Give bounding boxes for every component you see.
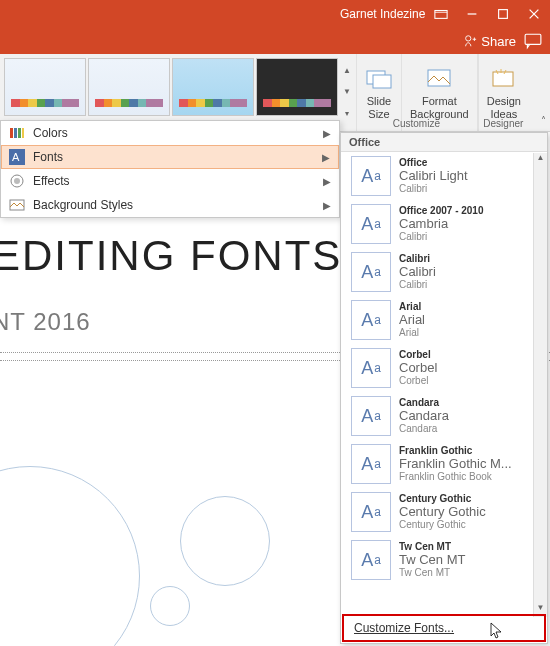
font-heading-name: Tw Cen MT <box>399 553 465 568</box>
font-theme-item[interactable]: Aa Calibri Calibri Calibri <box>341 248 547 296</box>
submenu-arrow-icon: ▶ <box>323 176 331 187</box>
font-thumb: Aa <box>351 300 391 340</box>
font-theme-name: Corbel <box>399 349 437 361</box>
svg-point-24 <box>14 178 20 184</box>
font-body-name: Franklin Gothic Book <box>399 471 512 483</box>
font-body-name: Arial <box>399 327 425 339</box>
font-theme-item[interactable]: Aa Candara Candara Candara <box>341 392 547 440</box>
font-body-name: Calibri <box>399 279 436 291</box>
slide-size-icon <box>365 65 393 93</box>
font-theme-item[interactable]: Aa Franklin Gothic Franklin Gothic M... … <box>341 440 547 488</box>
font-heading-name: Corbel <box>399 361 437 376</box>
svg-rect-3 <box>499 10 508 19</box>
font-body-name: Calibri <box>399 183 468 195</box>
font-thumb: Aa <box>351 540 391 580</box>
comments-icon[interactable] <box>524 32 542 50</box>
font-heading-name: Arial <box>399 313 425 328</box>
decorative-bubble <box>180 496 270 586</box>
font-theme-item[interactable]: Aa Arial Arial Arial <box>341 296 547 344</box>
share-label: Share <box>481 34 516 49</box>
font-theme-item[interactable]: Aa Tw Cen MT Tw Cen MT Tw Cen MT <box>341 536 547 584</box>
customize-fonts-button[interactable]: Customize Fonts... <box>342 614 546 642</box>
font-thumb: Aa <box>351 204 391 244</box>
svg-rect-20 <box>22 128 24 138</box>
effects-icon <box>9 173 25 189</box>
menu-colors[interactable]: Colors▶ <box>1 121 339 145</box>
font-theme-name: Century Gothic <box>399 493 486 505</box>
variant-3[interactable] <box>172 58 254 116</box>
svg-point-6 <box>466 36 471 41</box>
scrollbar[interactable]: ▲ ▼ <box>533 153 547 617</box>
svg-rect-11 <box>373 75 391 88</box>
svg-rect-0 <box>435 11 447 19</box>
font-heading-name: Cambria <box>399 217 484 232</box>
menu-background-styles[interactable]: Background Styles▶ <box>1 193 339 217</box>
font-thumb: Aa <box>351 348 391 388</box>
font-theme-name: Tw Cen MT <box>399 541 465 553</box>
variant-4[interactable] <box>256 58 338 116</box>
slide-size-button[interactable]: Slide Size <box>356 54 401 131</box>
menu-fonts[interactable]: A Fonts▶ <box>1 145 339 169</box>
variants-more[interactable]: ▲▼▾ <box>342 54 356 131</box>
decorative-bubble <box>0 466 140 646</box>
svg-rect-19 <box>18 128 21 138</box>
decorative-bubble <box>150 586 190 626</box>
font-theme-name: Calibri <box>399 253 436 265</box>
minimize-button[interactable] <box>457 0 488 28</box>
font-thumb: Aa <box>351 492 391 532</box>
submenu-arrow-icon: ▶ <box>323 200 331 211</box>
design-ideas-icon <box>490 65 518 93</box>
share-bar: Share <box>0 28 550 54</box>
share-button[interactable]: Share <box>463 34 516 49</box>
format-background-icon <box>425 65 453 93</box>
font-list: Aa Office Calibri Light Calibri Aa Offic… <box>341 152 547 613</box>
variant-2[interactable] <box>88 58 170 116</box>
font-body-name: Corbel <box>399 375 437 387</box>
window-titlebar: Garnet Indezine <box>0 0 550 28</box>
font-theme-name: Arial <box>399 301 425 313</box>
font-thumb: Aa <box>351 444 391 484</box>
submenu-arrow-icon: ▶ <box>323 128 331 139</box>
background-styles-icon <box>9 197 25 213</box>
font-thumb: Aa <box>351 156 391 196</box>
share-icon <box>463 34 477 48</box>
font-gallery: Office Aa Office Calibri Light Calibri A… <box>340 132 548 644</box>
font-heading-name: Calibri Light <box>399 169 468 184</box>
close-button[interactable] <box>519 0 550 28</box>
maximize-button[interactable] <box>488 0 519 28</box>
cursor-icon <box>490 622 504 640</box>
ribbon-display-icon[interactable] <box>425 0 456 28</box>
font-theme-item[interactable]: Aa Corbel Corbel Corbel <box>341 344 547 392</box>
svg-rect-17 <box>10 128 13 138</box>
user-name: Garnet Indezine <box>340 7 425 21</box>
font-heading-name: Calibri <box>399 265 436 280</box>
font-theme-name: Franklin Gothic <box>399 445 512 457</box>
font-gallery-header: Office <box>341 133 547 152</box>
design-ideas-button[interactable]: Design Ideas <box>478 54 529 131</box>
svg-rect-13 <box>493 72 513 86</box>
menu-effects[interactable]: Effects▶ <box>1 169 339 193</box>
font-theme-name: Office 2007 - 2010 <box>399 205 484 217</box>
colors-icon <box>9 125 25 141</box>
scroll-up-icon[interactable]: ▲ <box>534 153 547 167</box>
font-theme-name: Office <box>399 157 468 169</box>
font-body-name: Century Gothic <box>399 519 486 531</box>
font-thumb: Aa <box>351 396 391 436</box>
font-theme-item[interactable]: Aa Century Gothic Century Gothic Century… <box>341 488 547 536</box>
variant-1[interactable] <box>4 58 86 116</box>
font-heading-name: Century Gothic <box>399 505 486 520</box>
font-theme-item[interactable]: Aa Office Calibri Light Calibri <box>341 152 547 200</box>
font-thumb: Aa <box>351 252 391 292</box>
svg-text:A: A <box>12 151 20 163</box>
font-theme-item[interactable]: Aa Office 2007 - 2010 Cambria Calibri <box>341 200 547 248</box>
font-heading-name: Franklin Gothic M... <box>399 457 512 472</box>
svg-rect-18 <box>14 128 17 138</box>
font-body-name: Tw Cen MT <box>399 567 465 579</box>
fonts-icon: A <box>9 149 25 165</box>
font-heading-name: Candara <box>399 409 449 424</box>
collapse-ribbon-icon[interactable]: ˄ <box>541 115 546 126</box>
svg-rect-9 <box>525 34 541 44</box>
variants-dropdown: Colors▶ A Fonts▶ Effects▶ Background Sty… <box>0 120 340 218</box>
format-background-button[interactable]: Format Background <box>401 54 477 131</box>
font-theme-name: Candara <box>399 397 449 409</box>
